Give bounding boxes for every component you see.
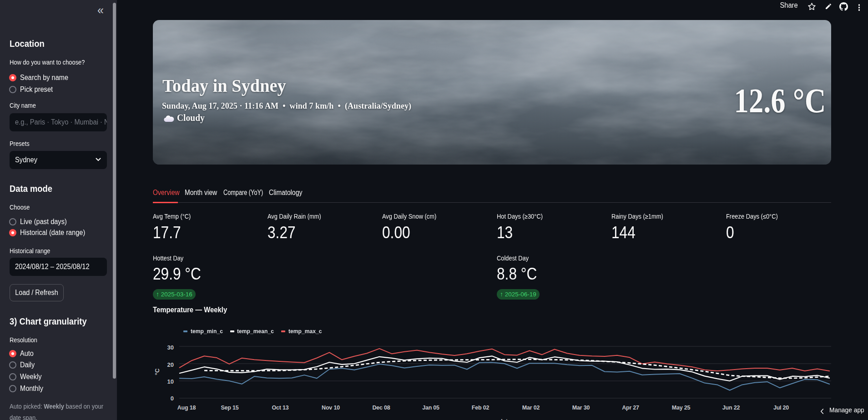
svg-text:Mar 30: Mar 30 xyxy=(572,405,590,411)
svg-text:Oct 13: Oct 13 xyxy=(272,405,288,411)
svg-text:Apr 27: Apr 27 xyxy=(622,405,639,411)
svg-text:Dec 08: Dec 08 xyxy=(372,405,390,411)
svg-text:20: 20 xyxy=(167,361,174,368)
svg-text:date: date xyxy=(499,418,511,420)
svg-text:May 25: May 25 xyxy=(672,405,691,411)
svg-text:Mar 02: Mar 02 xyxy=(522,405,540,411)
svg-text:30: 30 xyxy=(167,344,174,351)
svg-text:°C: °C xyxy=(154,368,161,375)
svg-text:Jul 20: Jul 20 xyxy=(773,405,789,411)
svg-text:Sep 15: Sep 15 xyxy=(221,405,238,411)
svg-text:Nov 10: Nov 10 xyxy=(322,405,340,411)
svg-text:10: 10 xyxy=(167,378,174,385)
svg-text:Aug 18: Aug 18 xyxy=(177,405,196,411)
svg-text:0: 0 xyxy=(171,395,174,402)
svg-text:Jan 05: Jan 05 xyxy=(422,405,439,411)
svg-text:Feb 02: Feb 02 xyxy=(472,405,490,411)
svg-text:Jun 22: Jun 22 xyxy=(722,405,740,411)
